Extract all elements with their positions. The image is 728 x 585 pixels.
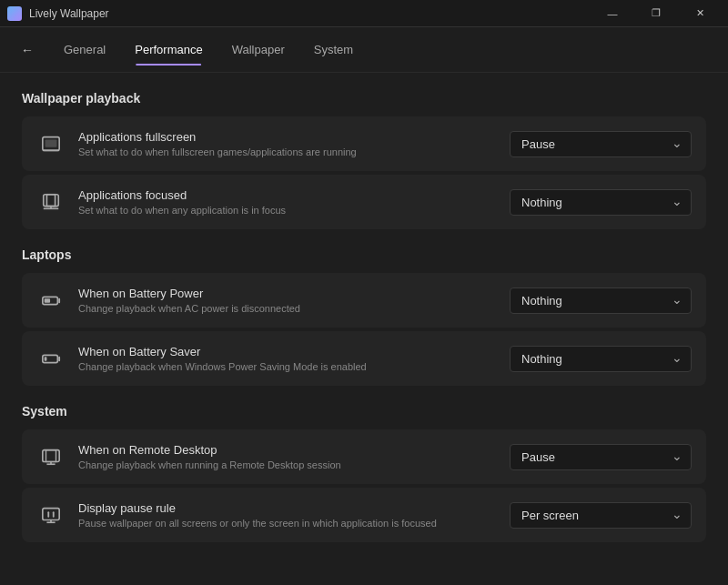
select-wrapper-battery-saver[interactable]: Nothing Pause Stop Mute <box>510 346 692 372</box>
label-fullscreen: Applications fullscreen <box>78 130 497 144</box>
label-battery-saver: When on Battery Saver <box>78 345 497 358</box>
svg-rect-15 <box>46 450 56 462</box>
close-button[interactable]: ✕ <box>679 0 721 27</box>
svg-rect-18 <box>43 509 59 520</box>
card-text-battery-saver: When on Battery Saver Change playback wh… <box>78 345 497 372</box>
battery-saver-icon <box>36 344 66 373</box>
content-area: Wallpaper playback Applications fullscre… <box>0 73 728 585</box>
desc-display-pause: Pause wallpaper on all screens or only t… <box>78 518 497 529</box>
select-wrapper-battery-power[interactable]: Nothing Pause Stop Mute <box>510 287 692 314</box>
desc-battery-power: Change playback when AC power is disconn… <box>78 303 497 314</box>
maximize-button[interactable]: ❐ <box>635 0 677 27</box>
svg-rect-4 <box>44 195 59 207</box>
section-title-laptops: Laptops <box>22 247 706 262</box>
label-display-pause: Display pause rule <box>78 501 497 515</box>
svg-rect-5 <box>46 195 55 207</box>
tab-system[interactable]: System <box>301 35 366 64</box>
card-text-fullscreen: Applications fullscreen Set what to do w… <box>78 130 497 157</box>
card-app-fullscreen: Applications fullscreen Set what to do w… <box>22 116 706 171</box>
label-focused: Applications focused <box>78 188 497 202</box>
card-display-pause: Display pause rule Pause wallpaper on al… <box>22 488 706 542</box>
svg-rect-14 <box>43 450 59 462</box>
desc-remote-desktop: Change playback when running a Remote De… <box>78 459 497 470</box>
back-button[interactable]: ← <box>15 37 40 63</box>
select-fullscreen[interactable]: Nothing Pause Stop Mute <box>510 131 692 157</box>
card-battery-power: When on Battery Power Change playback wh… <box>22 273 706 328</box>
svg-rect-10 <box>45 298 50 303</box>
label-remote-desktop: When on Remote Desktop <box>78 443 497 457</box>
app-title: Lively Wallpaper <box>29 7 109 20</box>
card-app-focused: Applications focused Set what to do when… <box>22 175 706 229</box>
select-battery-power[interactable]: Nothing Pause Stop Mute <box>510 287 692 314</box>
select-remote-desktop[interactable]: Nothing Pause Stop Mute <box>510 444 692 470</box>
card-remote-desktop: When on Remote Desktop Change playback w… <box>22 429 706 484</box>
desc-battery-saver: Change playback when Windows Power Savin… <box>78 361 497 372</box>
display-pause-icon <box>36 500 66 530</box>
section-title-system: System <box>22 404 706 419</box>
card-battery-saver: When on Battery Saver Change playback wh… <box>22 331 706 386</box>
svg-point-0 <box>10 9 19 18</box>
tab-general[interactable]: General <box>51 35 118 64</box>
nav-bar: ← General Performance Wallpaper System <box>0 27 728 73</box>
desc-fullscreen: Set what to do when fullscreen games/app… <box>78 146 497 157</box>
select-battery-saver[interactable]: Nothing Pause Stop Mute <box>510 346 692 372</box>
app-icon <box>7 6 22 21</box>
title-bar: Lively Wallpaper — ❐ ✕ <box>0 0 728 27</box>
remote-desktop-icon <box>36 442 66 471</box>
svg-rect-13 <box>45 357 47 361</box>
card-text-focused: Applications focused Set what to do when… <box>78 188 497 216</box>
select-wrapper-focused[interactable]: Nothing Pause Stop Mute <box>510 189 692 216</box>
select-wrapper-display-pause[interactable]: Per screen All screens <box>510 502 692 529</box>
select-display-pause[interactable]: Per screen All screens <box>510 502 692 529</box>
select-focused[interactable]: Nothing Pause Stop Mute <box>510 189 692 216</box>
select-wrapper-fullscreen[interactable]: Nothing Pause Stop Mute <box>510 131 692 157</box>
label-battery-power: When on Battery Power <box>78 287 497 300</box>
minimize-button[interactable]: — <box>592 0 633 27</box>
tab-wallpaper[interactable]: Wallpaper <box>219 35 298 64</box>
section-title-playback: Wallpaper playback <box>22 91 706 106</box>
battery-power-icon <box>36 286 66 315</box>
window-controls: — ❐ ✕ <box>592 0 721 27</box>
card-text-display-pause: Display pause rule Pause wallpaper on al… <box>78 501 497 529</box>
desc-focused: Set what to do when any application is i… <box>78 205 497 216</box>
card-text-battery-power: When on Battery Power Change playback wh… <box>78 287 497 314</box>
tab-performance[interactable]: Performance <box>122 35 215 64</box>
title-bar-left: Lively Wallpaper <box>7 6 109 21</box>
svg-rect-2 <box>46 139 57 146</box>
focused-icon <box>36 187 66 217</box>
fullscreen-icon <box>36 129 66 158</box>
select-wrapper-remote-desktop[interactable]: Nothing Pause Stop Mute <box>510 444 692 470</box>
card-text-remote-desktop: When on Remote Desktop Change playback w… <box>78 443 497 470</box>
